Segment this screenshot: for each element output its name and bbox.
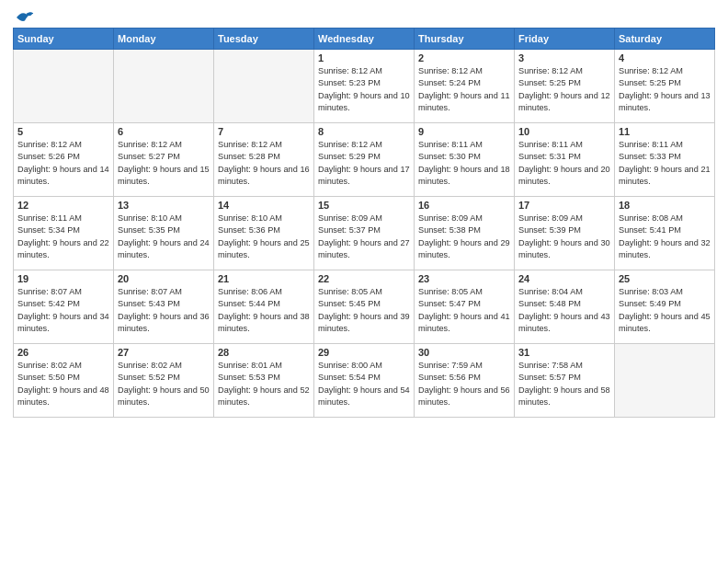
cell-info: Sunrise: 8:11 AMSunset: 5:33 PMDaylight:… bbox=[619, 139, 711, 188]
weekday-saturday: Saturday bbox=[615, 29, 715, 50]
calendar-cell: 23 Sunrise: 8:05 AMSunset: 5:47 PMDaylig… bbox=[415, 270, 515, 344]
calendar-cell: 22 Sunrise: 8:05 AMSunset: 5:45 PMDaylig… bbox=[314, 270, 415, 344]
day-number: 15 bbox=[318, 200, 410, 211]
day-number: 16 bbox=[418, 200, 510, 211]
day-number: 6 bbox=[118, 126, 210, 137]
calendar-cell: 11 Sunrise: 8:11 AMSunset: 5:33 PMDaylig… bbox=[615, 123, 715, 197]
calendar-cell: 31 Sunrise: 7:58 AMSunset: 5:57 PMDaylig… bbox=[515, 344, 615, 418]
day-number: 28 bbox=[218, 347, 310, 358]
cell-info: Sunrise: 8:09 AMSunset: 5:37 PMDaylight:… bbox=[318, 213, 410, 261]
weekday-friday: Friday bbox=[515, 29, 615, 50]
weekday-header-row: SundayMondayTuesdayWednesdayThursdayFrid… bbox=[14, 29, 715, 50]
day-number: 21 bbox=[218, 273, 310, 284]
calendar-week-2: 12 Sunrise: 8:11 AMSunset: 5:34 PMDaylig… bbox=[14, 197, 715, 270]
calendar-cell: 21 Sunrise: 8:06 AMSunset: 5:44 PMDaylig… bbox=[214, 270, 314, 344]
day-number: 1 bbox=[318, 52, 410, 63]
calendar-cell: 25 Sunrise: 8:03 AMSunset: 5:49 PMDaylig… bbox=[615, 270, 715, 344]
calendar-cell: 19 Sunrise: 8:07 AMSunset: 5:42 PMDaylig… bbox=[14, 270, 114, 344]
cell-info: Sunrise: 8:12 AMSunset: 5:24 PMDaylight:… bbox=[418, 65, 510, 114]
calendar-cell: 16 Sunrise: 8:09 AMSunset: 5:38 PMDaylig… bbox=[415, 197, 515, 270]
cell-info: Sunrise: 8:12 AMSunset: 5:23 PMDaylight:… bbox=[318, 65, 410, 114]
day-number: 10 bbox=[518, 126, 610, 137]
weekday-thursday: Thursday bbox=[415, 29, 515, 50]
day-number: 25 bbox=[619, 273, 711, 284]
calendar-week-4: 26 Sunrise: 8:02 AMSunset: 5:50 PMDaylig… bbox=[14, 344, 715, 418]
calendar-cell bbox=[615, 344, 715, 418]
day-number: 24 bbox=[518, 273, 610, 284]
cell-info: Sunrise: 8:11 AMSunset: 5:31 PMDaylight:… bbox=[518, 139, 610, 188]
calendar-cell: 10 Sunrise: 8:11 AMSunset: 5:31 PMDaylig… bbox=[515, 123, 615, 197]
cell-info: Sunrise: 8:10 AMSunset: 5:35 PMDaylight:… bbox=[118, 213, 210, 261]
weekday-tuesday: Tuesday bbox=[214, 29, 314, 50]
calendar-week-0: 1 Sunrise: 8:12 AMSunset: 5:23 PMDayligh… bbox=[14, 50, 715, 123]
calendar-cell: 24 Sunrise: 8:04 AMSunset: 5:48 PMDaylig… bbox=[515, 270, 615, 344]
day-number: 13 bbox=[118, 200, 210, 211]
cell-info: Sunrise: 8:12 AMSunset: 5:25 PMDaylight:… bbox=[518, 65, 610, 114]
day-number: 12 bbox=[17, 200, 109, 211]
calendar-cell bbox=[14, 50, 114, 123]
cell-info: Sunrise: 7:59 AMSunset: 5:56 PMDaylight:… bbox=[418, 360, 510, 408]
cell-info: Sunrise: 8:12 AMSunset: 5:28 PMDaylight:… bbox=[218, 139, 310, 188]
day-number: 19 bbox=[17, 273, 109, 284]
logo-bird-icon bbox=[15, 9, 35, 26]
calendar-cell: 14 Sunrise: 8:10 AMSunset: 5:36 PMDaylig… bbox=[214, 197, 314, 270]
calendar-cell: 5 Sunrise: 8:12 AMSunset: 5:26 PMDayligh… bbox=[14, 123, 114, 197]
day-number: 4 bbox=[619, 52, 711, 63]
day-number: 30 bbox=[418, 347, 510, 358]
cell-info: Sunrise: 8:12 AMSunset: 5:25 PMDaylight:… bbox=[619, 65, 711, 114]
day-number: 9 bbox=[418, 126, 510, 137]
cell-info: Sunrise: 8:06 AMSunset: 5:44 PMDaylight:… bbox=[218, 286, 310, 335]
calendar-cell: 12 Sunrise: 8:11 AMSunset: 5:34 PMDaylig… bbox=[14, 197, 114, 270]
cell-info: Sunrise: 8:02 AMSunset: 5:50 PMDaylight:… bbox=[17, 360, 109, 408]
calendar-cell: 29 Sunrise: 8:00 AMSunset: 5:54 PMDaylig… bbox=[314, 344, 415, 418]
weekday-sunday: Sunday bbox=[14, 29, 114, 50]
calendar-cell: 20 Sunrise: 8:07 AMSunset: 5:43 PMDaylig… bbox=[114, 270, 214, 344]
cell-info: Sunrise: 8:11 AMSunset: 5:34 PMDaylight:… bbox=[17, 213, 109, 261]
calendar-cell: 15 Sunrise: 8:09 AMSunset: 5:37 PMDaylig… bbox=[314, 197, 415, 270]
cell-info: Sunrise: 8:05 AMSunset: 5:45 PMDaylight:… bbox=[318, 286, 410, 335]
weekday-monday: Monday bbox=[114, 29, 214, 50]
cell-info: Sunrise: 8:11 AMSunset: 5:30 PMDaylight:… bbox=[418, 139, 510, 188]
day-number: 11 bbox=[619, 126, 711, 137]
calendar-cell: 17 Sunrise: 8:09 AMSunset: 5:39 PMDaylig… bbox=[515, 197, 615, 270]
day-number: 2 bbox=[418, 52, 510, 63]
calendar-cell: 4 Sunrise: 8:12 AMSunset: 5:25 PMDayligh… bbox=[615, 50, 715, 123]
cell-info: Sunrise: 8:02 AMSunset: 5:52 PMDaylight:… bbox=[118, 360, 210, 408]
calendar-cell: 13 Sunrise: 8:10 AMSunset: 5:35 PMDaylig… bbox=[114, 197, 214, 270]
calendar-cell: 26 Sunrise: 8:02 AMSunset: 5:50 PMDaylig… bbox=[14, 344, 114, 418]
calendar-week-3: 19 Sunrise: 8:07 AMSunset: 5:42 PMDaylig… bbox=[14, 270, 715, 344]
cell-info: Sunrise: 8:05 AMSunset: 5:47 PMDaylight:… bbox=[418, 286, 510, 335]
day-number: 20 bbox=[118, 273, 210, 284]
calendar-cell bbox=[114, 50, 214, 123]
calendar-cell: 9 Sunrise: 8:11 AMSunset: 5:30 PMDayligh… bbox=[415, 123, 515, 197]
calendar-cell: 28 Sunrise: 8:01 AMSunset: 5:53 PMDaylig… bbox=[214, 344, 314, 418]
header bbox=[13, 9, 715, 22]
day-number: 29 bbox=[318, 347, 410, 358]
day-number: 14 bbox=[218, 200, 310, 211]
calendar-cell: 27 Sunrise: 8:02 AMSunset: 5:52 PMDaylig… bbox=[114, 344, 214, 418]
calendar-week-1: 5 Sunrise: 8:12 AMSunset: 5:26 PMDayligh… bbox=[14, 123, 715, 197]
cell-info: Sunrise: 8:09 AMSunset: 5:39 PMDaylight:… bbox=[518, 213, 610, 261]
calendar-cell: 2 Sunrise: 8:12 AMSunset: 5:24 PMDayligh… bbox=[415, 50, 515, 123]
calendar-cell: 18 Sunrise: 8:08 AMSunset: 5:41 PMDaylig… bbox=[615, 197, 715, 270]
calendar-cell: 8 Sunrise: 8:12 AMSunset: 5:29 PMDayligh… bbox=[314, 123, 415, 197]
cell-info: Sunrise: 8:12 AMSunset: 5:29 PMDaylight:… bbox=[318, 139, 410, 188]
calendar-cell: 1 Sunrise: 8:12 AMSunset: 5:23 PMDayligh… bbox=[314, 50, 415, 123]
calendar-cell: 7 Sunrise: 8:12 AMSunset: 5:28 PMDayligh… bbox=[214, 123, 314, 197]
day-number: 5 bbox=[17, 126, 109, 137]
day-number: 22 bbox=[318, 273, 410, 284]
cell-info: Sunrise: 8:01 AMSunset: 5:53 PMDaylight:… bbox=[218, 360, 310, 408]
cell-info: Sunrise: 8:09 AMSunset: 5:38 PMDaylight:… bbox=[418, 213, 510, 261]
cell-info: Sunrise: 8:00 AMSunset: 5:54 PMDaylight:… bbox=[318, 360, 410, 408]
cell-info: Sunrise: 8:10 AMSunset: 5:36 PMDaylight:… bbox=[218, 213, 310, 261]
calendar-cell: 6 Sunrise: 8:12 AMSunset: 5:27 PMDayligh… bbox=[114, 123, 214, 197]
cell-info: Sunrise: 8:07 AMSunset: 5:42 PMDaylight:… bbox=[17, 286, 109, 335]
calendar-cell bbox=[214, 50, 314, 123]
day-number: 23 bbox=[418, 273, 510, 284]
cell-info: Sunrise: 8:07 AMSunset: 5:43 PMDaylight:… bbox=[118, 286, 210, 335]
day-number: 27 bbox=[118, 347, 210, 358]
cell-info: Sunrise: 7:58 AMSunset: 5:57 PMDaylight:… bbox=[518, 360, 610, 408]
calendar-cell: 30 Sunrise: 7:59 AMSunset: 5:56 PMDaylig… bbox=[415, 344, 515, 418]
day-number: 8 bbox=[318, 126, 410, 137]
cell-info: Sunrise: 8:08 AMSunset: 5:41 PMDaylight:… bbox=[619, 213, 711, 261]
